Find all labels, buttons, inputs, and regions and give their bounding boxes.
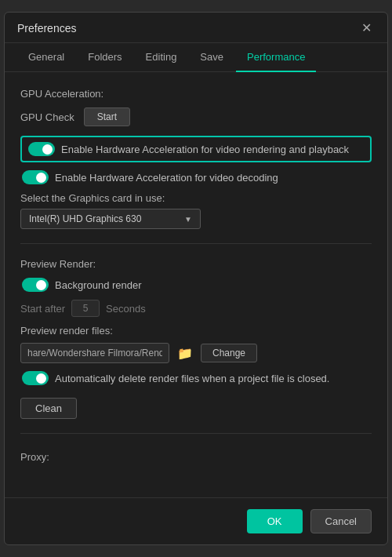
start-after-label: Start after <box>20 303 65 315</box>
gpu-check-label: GPU Check <box>20 111 74 123</box>
ok-button[interactable]: OK <box>247 509 303 533</box>
folder-icon-button[interactable]: 📁 <box>174 346 196 361</box>
preferences-dialog: Preferences ✕ General Folders Editing Sa… <box>4 12 388 545</box>
auto-delete-label: Automatically delete render files when a… <box>55 373 329 384</box>
tab-editing[interactable]: Editing <box>135 43 188 72</box>
start-after-row: Start after Seconds <box>20 300 372 317</box>
proxy-label: Proxy: <box>20 451 372 463</box>
auto-delete-row: Automatically delete render files when a… <box>20 371 372 385</box>
divider-2 <box>20 433 372 434</box>
tab-performance[interactable]: Performance <box>236 43 316 72</box>
file-path-row: 📁 Change <box>20 343 372 363</box>
background-render-toggle[interactable] <box>22 278 49 292</box>
content-area: GPU Acceleration: GPU Check Start Enable… <box>5 72 387 497</box>
hw-accel-decode-row: Enable Hardware Acceleration for video d… <box>20 170 372 184</box>
hw-accel-video-row: Enable Hardware Acceleration for video r… <box>20 136 372 162</box>
render-files-label: Preview render files: <box>20 325 372 337</box>
preview-render-label: Preview Render: <box>20 258 372 270</box>
clean-button[interactable]: Clean <box>20 398 77 419</box>
graphics-card-section: Select the Graphics card in use: Intel(R… <box>20 192 372 229</box>
change-button[interactable]: Change <box>201 344 257 362</box>
file-path-input[interactable] <box>20 343 169 363</box>
start-after-input[interactable] <box>71 300 100 317</box>
hw-accel-video-toggle[interactable] <box>28 142 55 156</box>
tab-save[interactable]: Save <box>189 43 234 72</box>
cancel-button[interactable]: Cancel <box>310 509 372 533</box>
clean-section: Clean <box>20 393 372 422</box>
gpu-check-row: GPU Check Start <box>20 107 372 126</box>
graphics-card-select[interactable]: Intel(R) UHD Graphics 630 ▼ <box>20 209 201 229</box>
graphics-card-label: Select the Graphics card in use: <box>20 192 372 204</box>
graphics-card-value: Intel(R) UHD Graphics 630 <box>29 213 141 224</box>
hw-accel-video-label: Enable Hardware Acceleration for video r… <box>61 144 349 155</box>
background-render-label: Background render <box>55 279 142 291</box>
seconds-label: Seconds <box>106 303 146 315</box>
hw-accel-decode-label: Enable Hardware Acceleration for video d… <box>55 172 278 184</box>
gpu-acceleration-label: GPU Acceleration: <box>20 88 372 100</box>
title-bar: Preferences ✕ <box>5 13 387 43</box>
chevron-down-icon: ▼ <box>184 215 192 224</box>
hw-accel-decode-toggle[interactable] <box>22 170 49 184</box>
auto-delete-toggle[interactable] <box>22 371 49 385</box>
dialog-title: Preferences <box>17 22 76 35</box>
start-button[interactable]: Start <box>84 107 130 126</box>
tab-general[interactable]: General <box>17 43 75 72</box>
divider-1 <box>20 243 372 244</box>
tabs-bar: General Folders Editing Save Performance <box>5 43 387 72</box>
footer: OK Cancel <box>5 497 387 544</box>
tab-folders[interactable]: Folders <box>77 43 132 72</box>
background-render-row: Background render <box>20 278 372 292</box>
close-button[interactable]: ✕ <box>358 20 375 36</box>
